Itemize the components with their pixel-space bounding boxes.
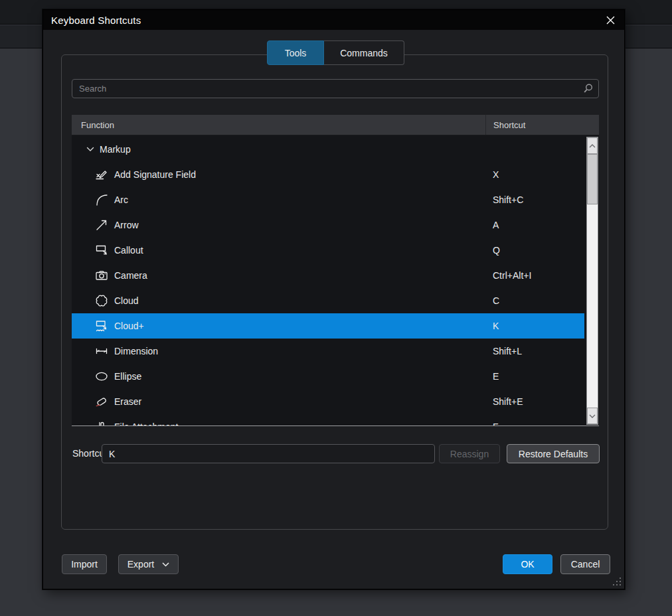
- export-button-label: Export: [127, 559, 154, 570]
- dialog-titlebar: Keyboard Shortcuts: [43, 10, 624, 30]
- app-background: Keyboard Shortcuts Tools Commands Functi…: [0, 0, 672, 616]
- table-row[interactable]: File AttachmentF: [72, 414, 584, 426]
- callout-icon: [94, 243, 109, 258]
- camera-icon: [94, 268, 109, 283]
- table-header: Function Shortcut: [72, 115, 599, 135]
- tab-commands[interactable]: Commands: [324, 40, 404, 65]
- column-header-function[interactable]: Function: [72, 115, 486, 135]
- shortcut-editor: Shortcut: Reassign Restore Defaults: [43, 444, 624, 463]
- cloud-icon: [94, 293, 109, 308]
- table-row[interactable]: DimensionShift+L: [72, 339, 584, 364]
- shortcut-value: Shift+C: [493, 194, 523, 205]
- dialog-footer: Import Export OK Cancel: [43, 554, 624, 574]
- file-attachment-icon: [94, 420, 109, 426]
- table-row[interactable]: Cloud+K: [72, 313, 584, 339]
- table-row[interactable]: ArcShift+C: [72, 187, 584, 212]
- function-name: Camera: [114, 270, 147, 281]
- restore-defaults-button[interactable]: Restore Defaults: [507, 444, 600, 463]
- function-name: Callout: [114, 245, 143, 256]
- dimension-icon: [94, 344, 109, 358]
- arrow-icon: [94, 218, 109, 232]
- function-name: Ellipse: [114, 371, 141, 382]
- function-name: Add Signature Field: [114, 169, 196, 180]
- shortcut-table: Function Shortcut Markup Add Signature F…: [72, 115, 599, 426]
- function-name: Eraser: [114, 396, 141, 407]
- cancel-button[interactable]: Cancel: [560, 554, 610, 574]
- shortcut-value: Q: [493, 245, 500, 256]
- import-button[interactable]: Import: [62, 554, 107, 574]
- table-row[interactable]: CalloutQ: [72, 238, 584, 263]
- table-row[interactable]: CloudC: [72, 288, 584, 313]
- function-name: Dimension: [114, 346, 158, 356]
- shortcut-value: X: [493, 169, 499, 180]
- table-row[interactable]: EllipseE: [72, 364, 584, 389]
- scroll-up-icon[interactable]: [587, 137, 598, 154]
- export-button[interactable]: Export: [118, 554, 179, 574]
- scrollbar-thumb[interactable]: [587, 154, 598, 204]
- signature-field-icon: [94, 167, 109, 182]
- shortcut-input[interactable]: [102, 444, 435, 463]
- group-row-markup[interactable]: Markup: [72, 137, 599, 162]
- search-input[interactable]: [72, 79, 599, 98]
- shortcut-value: A: [493, 220, 499, 230]
- arc-icon: [94, 193, 109, 207]
- shortcut-value: E: [493, 371, 499, 382]
- tab-bar: Tools Commands: [267, 40, 404, 65]
- resize-grip[interactable]: [612, 577, 622, 586]
- chevron-down-icon[interactable]: [86, 147, 94, 152]
- function-name: Arrow: [114, 220, 139, 230]
- shortcut-value: Ctrl+Alt+I: [493, 270, 531, 281]
- function-name: Cloud+: [114, 321, 144, 331]
- column-header-shortcut[interactable]: Shortcut: [486, 120, 525, 130]
- shortcut-value: K: [493, 321, 499, 331]
- tab-tools[interactable]: Tools: [267, 40, 324, 65]
- table-row[interactable]: EraserShift+E: [72, 389, 584, 414]
- shortcut-value: Shift+E: [493, 396, 523, 407]
- table-row[interactable]: Add Signature FieldX: [72, 162, 584, 187]
- function-name: Cloud: [114, 295, 139, 306]
- table-row[interactable]: CameraCtrl+Alt+I: [72, 263, 584, 288]
- magnifier-icon: [582, 82, 594, 97]
- function-name: File Attachment: [114, 422, 179, 426]
- group-label: Markup: [100, 144, 131, 155]
- shortcut-value: Shift+L: [493, 346, 522, 356]
- scrollbar[interactable]: [586, 137, 598, 425]
- table-row[interactable]: ArrowA: [72, 212, 584, 238]
- tool-list: Markup Add Signature FieldXArcShift+CArr…: [72, 135, 599, 426]
- function-name: Arc: [114, 194, 128, 205]
- eraser-icon: [94, 394, 109, 409]
- reassign-button[interactable]: Reassign: [439, 444, 500, 463]
- search-bar: [72, 79, 599, 98]
- shortcut-value: F: [493, 422, 499, 426]
- keyboard-shortcuts-dialog: Keyboard Shortcuts Tools Commands Functi…: [42, 9, 625, 589]
- cloud-plus-icon: [94, 319, 109, 333]
- ok-button[interactable]: OK: [503, 554, 552, 574]
- scroll-down-icon[interactable]: [587, 408, 598, 424]
- chevron-down-icon: [162, 562, 169, 567]
- close-icon[interactable]: [604, 14, 616, 26]
- shortcut-value: C: [493, 295, 499, 306]
- dialog-title: Keyboard Shortcuts: [43, 15, 141, 26]
- ellipse-icon: [94, 369, 109, 384]
